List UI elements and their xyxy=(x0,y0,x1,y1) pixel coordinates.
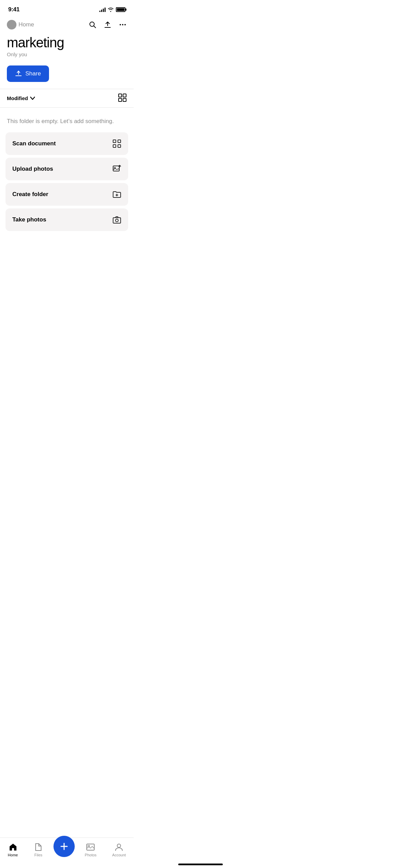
svg-point-3 xyxy=(122,24,123,25)
upload-icon xyxy=(104,21,112,29)
more-button[interactable] xyxy=(119,21,127,29)
create-folder-item[interactable]: Create folder xyxy=(5,183,128,206)
chevron-down-icon xyxy=(30,97,35,100)
nav-actions xyxy=(88,21,127,29)
more-icon xyxy=(119,21,127,29)
svg-rect-9 xyxy=(123,98,126,101)
svg-rect-8 xyxy=(119,98,122,101)
sort-bar: Modified xyxy=(0,89,134,108)
grid-icon xyxy=(118,93,127,102)
svg-point-17 xyxy=(116,219,118,222)
page-title: marketing xyxy=(7,35,127,50)
share-button[interactable]: Share xyxy=(7,65,49,82)
nav-bar: Home xyxy=(0,17,134,34)
share-label: Share xyxy=(25,70,41,77)
search-button[interactable] xyxy=(88,21,97,29)
page-subtitle: Only you xyxy=(7,51,127,57)
status-bar: 9:41 xyxy=(0,0,134,17)
svg-rect-6 xyxy=(119,94,122,97)
back-label: Home xyxy=(19,21,34,28)
upload-photos-icon xyxy=(112,165,121,173)
svg-rect-13 xyxy=(118,145,121,147)
scan-document-item[interactable]: Scan document xyxy=(5,132,128,155)
scan-document-label: Scan document xyxy=(12,140,56,147)
share-icon xyxy=(15,70,22,77)
avatar xyxy=(7,20,16,29)
create-folder-icon xyxy=(112,190,121,199)
status-icons xyxy=(99,7,125,12)
camera-icon xyxy=(112,215,121,224)
svg-rect-12 xyxy=(113,145,116,147)
svg-rect-5 xyxy=(15,75,22,76)
share-section: Share xyxy=(0,63,134,89)
back-button[interactable]: Home xyxy=(7,20,34,29)
grid-view-button[interactable] xyxy=(118,93,127,103)
svg-rect-16 xyxy=(113,218,121,223)
svg-point-2 xyxy=(120,24,121,25)
take-photos-item[interactable]: Take photos xyxy=(5,208,128,231)
upload-photos-item[interactable]: Upload photos xyxy=(5,158,128,180)
svg-rect-7 xyxy=(123,94,126,97)
svg-point-4 xyxy=(124,24,126,25)
empty-message: This folder is empty. Let’s add somethin… xyxy=(0,108,134,132)
wifi-icon xyxy=(108,7,114,12)
battery-icon xyxy=(116,7,125,12)
svg-rect-10 xyxy=(113,140,116,143)
take-photos-label: Take photos xyxy=(12,216,46,223)
sort-label: Modified xyxy=(7,95,28,101)
svg-rect-1 xyxy=(105,27,111,28)
upload-photos-label: Upload photos xyxy=(12,166,53,172)
signal-icon xyxy=(99,7,106,12)
sort-button[interactable]: Modified xyxy=(7,95,35,101)
upload-button[interactable] xyxy=(104,21,112,29)
action-list: Scan document Upload photos xyxy=(0,132,134,231)
svg-rect-11 xyxy=(118,140,121,143)
status-time: 9:41 xyxy=(8,6,20,13)
page-header: marketing Only you xyxy=(0,34,134,63)
scan-icon xyxy=(112,139,121,148)
create-folder-label: Create folder xyxy=(12,191,48,198)
search-icon xyxy=(88,21,97,29)
